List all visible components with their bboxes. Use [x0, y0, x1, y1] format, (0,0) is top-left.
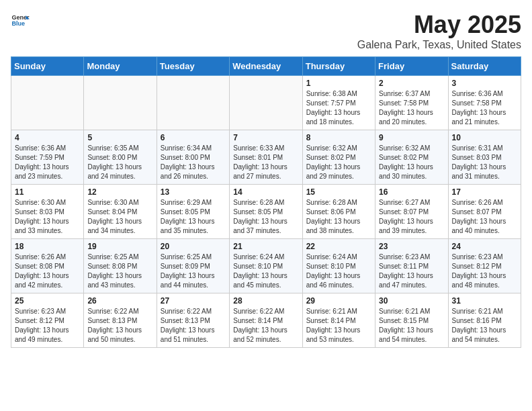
- calendar-cell: 29Sunrise: 6:21 AM Sunset: 8:14 PM Dayli…: [302, 293, 375, 348]
- day-number: 23: [379, 242, 444, 251]
- day-number: 19: [87, 242, 152, 251]
- day-content: Sunrise: 6:22 AM Sunset: 8:13 PM Dayligh…: [87, 307, 152, 345]
- day-content: Sunrise: 6:25 AM Sunset: 8:09 PM Dayligh…: [161, 253, 226, 290]
- logo: General Blue: [11, 11, 30, 30]
- calendar-cell: 2Sunrise: 6:37 AM Sunset: 7:58 PM Daylig…: [375, 76, 448, 130]
- calendar-cell: 22Sunrise: 6:24 AM Sunset: 8:10 PM Dayli…: [302, 239, 375, 293]
- day-number: 5: [87, 133, 152, 142]
- calendar-cell: 14Sunrise: 6:28 AM Sunset: 8:05 PM Dayli…: [230, 185, 302, 239]
- day-number: 9: [379, 133, 444, 142]
- day-content: Sunrise: 6:32 AM Sunset: 8:02 PM Dayligh…: [379, 144, 444, 181]
- day-content: Sunrise: 6:28 AM Sunset: 8:06 PM Dayligh…: [306, 198, 371, 236]
- calendar-week-row: 1Sunrise: 6:38 AM Sunset: 7:57 PM Daylig…: [11, 76, 521, 130]
- calendar-cell: 18Sunrise: 6:26 AM Sunset: 8:08 PM Dayli…: [11, 239, 84, 293]
- day-content: Sunrise: 6:22 AM Sunset: 8:14 PM Dayligh…: [233, 307, 298, 345]
- calendar-cell: 24Sunrise: 6:23 AM Sunset: 8:12 PM Dayli…: [448, 239, 521, 293]
- day-content: Sunrise: 6:32 AM Sunset: 8:02 PM Dayligh…: [306, 144, 371, 181]
- day-number: 3: [452, 79, 517, 88]
- day-content: Sunrise: 6:23 AM Sunset: 8:12 PM Dayligh…: [15, 307, 80, 345]
- calendar-cell: 20Sunrise: 6:25 AM Sunset: 8:09 PM Dayli…: [157, 239, 229, 293]
- day-number: 21: [233, 242, 298, 251]
- day-number: 13: [161, 187, 226, 197]
- calendar-cell: 30Sunrise: 6:21 AM Sunset: 8:15 PM Dayli…: [375, 293, 448, 348]
- calendar-week-row: 11Sunrise: 6:30 AM Sunset: 8:03 PM Dayli…: [11, 185, 521, 239]
- day-number: 12: [87, 187, 152, 197]
- calendar-cell: 25Sunrise: 6:23 AM Sunset: 8:12 PM Dayli…: [11, 293, 84, 348]
- calendar-cell: 10Sunrise: 6:31 AM Sunset: 8:03 PM Dayli…: [448, 130, 521, 185]
- day-content: Sunrise: 6:24 AM Sunset: 8:10 PM Dayligh…: [306, 253, 371, 290]
- day-content: Sunrise: 6:30 AM Sunset: 8:04 PM Dayligh…: [87, 198, 152, 236]
- logo-icon: General Blue: [11, 11, 30, 30]
- day-content: Sunrise: 6:23 AM Sunset: 8:12 PM Dayligh…: [452, 253, 517, 290]
- calendar-cell: 27Sunrise: 6:22 AM Sunset: 8:13 PM Dayli…: [157, 293, 229, 348]
- calendar-cell: 12Sunrise: 6:30 AM Sunset: 8:04 PM Dayli…: [84, 185, 157, 239]
- day-number: 4: [15, 133, 80, 142]
- calendar-cell: 8Sunrise: 6:32 AM Sunset: 8:02 PM Daylig…: [302, 130, 375, 185]
- day-content: Sunrise: 6:26 AM Sunset: 8:08 PM Dayligh…: [15, 253, 80, 290]
- calendar-cell: 28Sunrise: 6:22 AM Sunset: 8:14 PM Dayli…: [230, 293, 302, 348]
- page-subtitle: Galena Park, Texas, United States: [357, 39, 521, 51]
- weekday-header: Wednesday: [230, 57, 302, 76]
- day-content: Sunrise: 6:35 AM Sunset: 8:00 PM Dayligh…: [87, 144, 152, 181]
- day-number: 15: [306, 187, 371, 197]
- calendar-cell: 19Sunrise: 6:25 AM Sunset: 8:08 PM Dayli…: [84, 239, 157, 293]
- weekday-header: Friday: [375, 57, 448, 76]
- day-content: Sunrise: 6:36 AM Sunset: 7:58 PM Dayligh…: [452, 89, 517, 127]
- calendar-cell: [11, 76, 84, 130]
- day-content: Sunrise: 6:22 AM Sunset: 8:13 PM Dayligh…: [161, 307, 226, 345]
- day-content: Sunrise: 6:34 AM Sunset: 8:00 PM Dayligh…: [161, 144, 226, 181]
- day-number: 11: [15, 187, 80, 197]
- calendar-cell: 4Sunrise: 6:36 AM Sunset: 7:59 PM Daylig…: [11, 130, 84, 185]
- day-number: 24: [452, 242, 517, 251]
- calendar-week-row: 4Sunrise: 6:36 AM Sunset: 7:59 PM Daylig…: [11, 130, 521, 185]
- header: General Blue May 2025 Galena Park, Texas…: [11, 11, 521, 51]
- day-number: 2: [379, 79, 444, 88]
- day-number: 7: [233, 133, 298, 142]
- svg-text:Blue: Blue: [11, 20, 25, 27]
- calendar-cell: 5Sunrise: 6:35 AM Sunset: 8:00 PM Daylig…: [84, 130, 157, 185]
- day-number: 20: [161, 242, 226, 251]
- day-content: Sunrise: 6:27 AM Sunset: 8:07 PM Dayligh…: [379, 198, 444, 236]
- weekday-header: Monday: [84, 57, 157, 76]
- title-area: May 2025 Galena Park, Texas, United Stat…: [357, 11, 521, 51]
- calendar-cell: 1Sunrise: 6:38 AM Sunset: 7:57 PM Daylig…: [302, 76, 375, 130]
- weekday-header: Sunday: [11, 57, 84, 76]
- day-content: Sunrise: 6:21 AM Sunset: 8:14 PM Dayligh…: [306, 307, 371, 345]
- day-content: Sunrise: 6:38 AM Sunset: 7:57 PM Dayligh…: [306, 89, 371, 127]
- day-number: 29: [306, 296, 371, 306]
- day-number: 17: [452, 187, 517, 197]
- calendar-cell: [230, 76, 302, 130]
- day-content: Sunrise: 6:21 AM Sunset: 8:16 PM Dayligh…: [452, 307, 517, 345]
- weekday-header-row: SundayMondayTuesdayWednesdayThursdayFrid…: [11, 57, 521, 76]
- calendar-cell: 31Sunrise: 6:21 AM Sunset: 8:16 PM Dayli…: [448, 293, 521, 348]
- day-number: 10: [452, 133, 517, 142]
- day-content: Sunrise: 6:21 AM Sunset: 8:15 PM Dayligh…: [379, 307, 444, 345]
- calendar-cell: 23Sunrise: 6:23 AM Sunset: 8:11 PM Dayli…: [375, 239, 448, 293]
- calendar-cell: [157, 76, 229, 130]
- weekday-header: Saturday: [448, 57, 521, 76]
- day-number: 16: [379, 187, 444, 197]
- day-number: 14: [233, 187, 298, 197]
- calendar-cell: [84, 76, 157, 130]
- day-number: 27: [161, 296, 226, 306]
- day-number: 25: [15, 296, 80, 306]
- calendar-cell: 15Sunrise: 6:28 AM Sunset: 8:06 PM Dayli…: [302, 185, 375, 239]
- day-content: Sunrise: 6:23 AM Sunset: 8:11 PM Dayligh…: [379, 253, 444, 290]
- calendar-cell: 21Sunrise: 6:24 AM Sunset: 8:10 PM Dayli…: [230, 239, 302, 293]
- day-content: Sunrise: 6:33 AM Sunset: 8:01 PM Dayligh…: [233, 144, 298, 181]
- day-number: 22: [306, 242, 371, 251]
- calendar-cell: 13Sunrise: 6:29 AM Sunset: 8:05 PM Dayli…: [157, 185, 229, 239]
- day-number: 18: [15, 242, 80, 251]
- day-content: Sunrise: 6:37 AM Sunset: 7:58 PM Dayligh…: [379, 89, 444, 127]
- calendar-cell: 3Sunrise: 6:36 AM Sunset: 7:58 PM Daylig…: [448, 76, 521, 130]
- calendar-cell: 11Sunrise: 6:30 AM Sunset: 8:03 PM Dayli…: [11, 185, 84, 239]
- day-number: 30: [379, 296, 444, 306]
- day-number: 26: [87, 296, 152, 306]
- day-number: 28: [233, 296, 298, 306]
- calendar-cell: 6Sunrise: 6:34 AM Sunset: 8:00 PM Daylig…: [157, 130, 229, 185]
- calendar-cell: 26Sunrise: 6:22 AM Sunset: 8:13 PM Dayli…: [84, 293, 157, 348]
- calendar-cell: 7Sunrise: 6:33 AM Sunset: 8:01 PM Daylig…: [230, 130, 302, 185]
- calendar-cell: 9Sunrise: 6:32 AM Sunset: 8:02 PM Daylig…: [375, 130, 448, 185]
- day-content: Sunrise: 6:25 AM Sunset: 8:08 PM Dayligh…: [87, 253, 152, 290]
- day-content: Sunrise: 6:31 AM Sunset: 8:03 PM Dayligh…: [452, 144, 517, 181]
